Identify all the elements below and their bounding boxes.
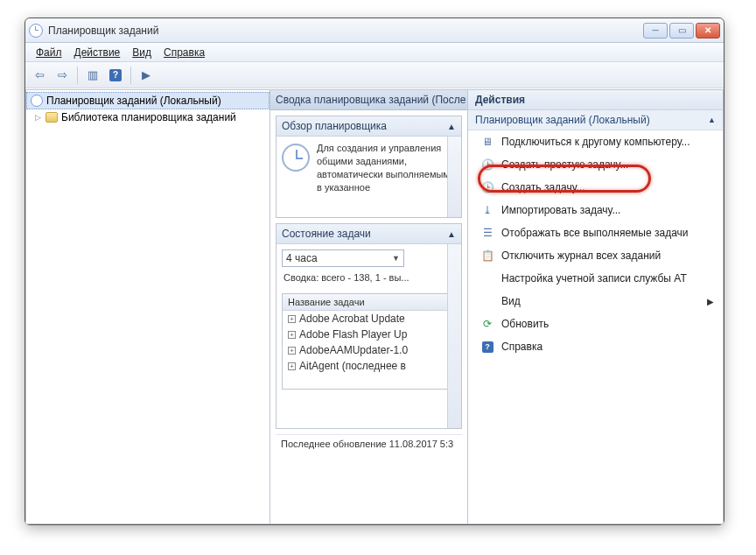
action-disable-log[interactable]: 📋 Отключить журнал всех заданий bbox=[468, 244, 723, 267]
status-title: Состояние задачи bbox=[282, 228, 371, 240]
tree-library-label: Библиотека планировщика заданий bbox=[61, 111, 236, 123]
menu-view[interactable]: Вид bbox=[127, 45, 157, 60]
status-period-value: 4 часа bbox=[286, 252, 318, 264]
expand-icon[interactable]: ▷ bbox=[33, 113, 42, 122]
chevron-down-icon: ▼ bbox=[392, 254, 400, 263]
show-hide-tree-button[interactable]: ▥ bbox=[82, 65, 103, 86]
computer-icon: 🖥 bbox=[480, 135, 494, 149]
status-period-select[interactable]: 4 часа ▼ bbox=[282, 249, 404, 267]
folder-icon bbox=[46, 112, 58, 123]
action-create-task[interactable]: 🕒 Создать задачу... bbox=[468, 176, 723, 199]
menu-action[interactable]: Действие bbox=[69, 45, 126, 60]
list-icon: ☰ bbox=[480, 226, 494, 240]
separator bbox=[77, 67, 78, 84]
task-row[interactable]: +AitAgent (последнее в bbox=[283, 358, 455, 374]
action-create-basic-task[interactable]: 🕒 Создать простую задачу... bbox=[468, 153, 723, 176]
content-area: Планировщик заданий (Локальный) ▷ Библио… bbox=[25, 88, 724, 524]
clock-icon: 🕒 bbox=[480, 158, 494, 172]
actions-scope: Планировщик заданий (Локальный) bbox=[475, 114, 650, 126]
task-list[interactable]: Название задачи +Adobe Acrobat Update +A… bbox=[282, 293, 456, 390]
overview-text: Для создания и управления общими задания… bbox=[317, 142, 456, 212]
action-at-account[interactable]: Настройка учетной записи службы AT bbox=[468, 267, 723, 290]
clock-icon: 🕒 bbox=[480, 180, 494, 194]
refresh-icon: ⟳ bbox=[480, 317, 494, 331]
action-view[interactable]: Вид ▶ bbox=[468, 290, 723, 313]
log-icon: 📋 bbox=[480, 249, 494, 263]
import-icon: ⤓ bbox=[480, 203, 494, 217]
minimize-button[interactable]: ─ bbox=[643, 23, 668, 39]
summary-header: Сводка планировщика заданий (После bbox=[270, 90, 467, 110]
task-row[interactable]: +AdobeAAMUpdater-1.0 bbox=[283, 342, 455, 358]
action-connect[interactable]: 🖥 Подключиться к другому компьютеру... bbox=[468, 130, 723, 153]
actions-title: Действия bbox=[468, 90, 723, 110]
clock-icon bbox=[31, 95, 43, 107]
status-summary-text: Сводка: всего - 138, 1 - вы... bbox=[284, 272, 454, 283]
app-window: Планировщик заданий ─ ▭ ✕ Файл Действие … bbox=[24, 18, 724, 525]
collapse-icon: ▲ bbox=[708, 116, 716, 124]
run-button[interactable]: ▶ bbox=[136, 65, 157, 86]
expand-icon[interactable]: + bbox=[288, 362, 296, 370]
separator bbox=[130, 67, 131, 84]
menubar: Файл Действие Вид Справка bbox=[25, 43, 724, 62]
task-row[interactable]: +Adobe Flash Player Up bbox=[283, 327, 455, 342]
blank-icon bbox=[480, 271, 494, 285]
tree-root[interactable]: Планировщик заданий (Локальный) bbox=[26, 92, 270, 109]
status-panel: Состояние задачи ▲ 4 часа ▼ Сводка: всег… bbox=[276, 223, 462, 429]
actions-pane: Действия Планировщик заданий (Локальный)… bbox=[468, 89, 724, 524]
expand-icon[interactable]: + bbox=[288, 315, 296, 323]
tree-root-label: Планировщик заданий (Локальный) bbox=[46, 95, 221, 107]
overview-panel: Обзор планировщика ▲ Для создания и упра… bbox=[276, 116, 462, 218]
action-refresh[interactable]: ⟳ Обновить bbox=[468, 313, 723, 335]
summary-pane: Сводка планировщика заданий (После Обзор… bbox=[270, 89, 468, 524]
action-help[interactable]: ? Справка bbox=[468, 335, 723, 358]
expand-icon[interactable]: + bbox=[288, 347, 296, 355]
status-panel-head[interactable]: Состояние задачи ▲ bbox=[276, 224, 461, 244]
tree-library[interactable]: ▷ Библиотека планировщика заданий bbox=[26, 109, 270, 125]
menu-file[interactable]: Файл bbox=[31, 45, 67, 60]
titlebar[interactable]: Планировщик заданий ─ ▭ ✕ bbox=[25, 18, 724, 43]
toolbar: ⇦ ⇨ ▥ ? ▶ bbox=[25, 62, 724, 88]
close-button[interactable]: ✕ bbox=[696, 23, 720, 39]
last-update: Последнее обновление 11.08.2017 5:3 bbox=[276, 434, 462, 453]
task-list-header[interactable]: Название задачи bbox=[283, 294, 455, 311]
overview-title: Обзор планировщика bbox=[282, 120, 387, 132]
help-button[interactable]: ? bbox=[105, 65, 126, 86]
tree-pane[interactable]: Планировщик заданий (Локальный) ▷ Библио… bbox=[25, 89, 270, 524]
task-row[interactable]: +Adobe Acrobat Update bbox=[283, 311, 455, 327]
collapse-icon: ▲ bbox=[447, 122, 456, 131]
actions-subhead[interactable]: Планировщик заданий (Локальный) ▲ bbox=[468, 110, 723, 130]
action-import-task[interactable]: ⤓ Импортировать задачу... bbox=[468, 199, 723, 221]
clock-icon bbox=[282, 144, 310, 172]
back-button[interactable]: ⇦ bbox=[29, 65, 50, 86]
clock-icon bbox=[29, 24, 43, 38]
collapse-icon: ▲ bbox=[447, 229, 456, 239]
scrollbar[interactable] bbox=[447, 244, 461, 428]
forward-button[interactable]: ⇨ bbox=[52, 65, 73, 86]
maximize-button[interactable]: ▭ bbox=[669, 23, 694, 39]
action-show-running[interactable]: ☰ Отображать все выполняемые задачи bbox=[468, 221, 723, 244]
expand-icon[interactable]: + bbox=[288, 331, 296, 339]
menu-help[interactable]: Справка bbox=[158, 45, 210, 60]
view-icon bbox=[480, 294, 494, 308]
submenu-arrow-icon: ▶ bbox=[707, 297, 714, 306]
overview-panel-head[interactable]: Обзор планировщика ▲ bbox=[276, 116, 461, 137]
window-title: Планировщик заданий bbox=[48, 25, 643, 37]
help-icon: ? bbox=[480, 340, 494, 354]
scrollbar[interactable] bbox=[447, 137, 461, 217]
